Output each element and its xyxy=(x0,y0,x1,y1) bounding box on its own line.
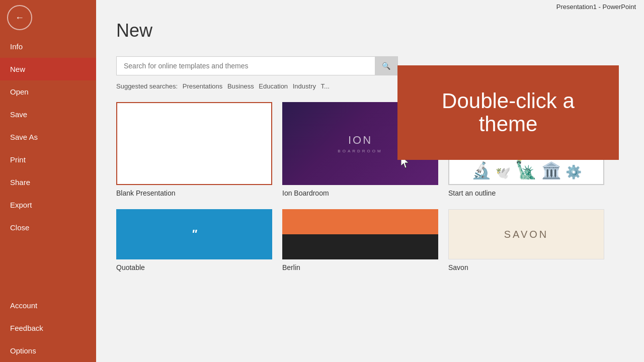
sidebar-item-close[interactable]: Close xyxy=(0,216,96,239)
sidebar-item-label: Close xyxy=(10,223,29,232)
main-content: New 🔍 Suggested searches: Presentations … xyxy=(96,0,644,362)
sidebar-item-save-as[interactable]: Save As xyxy=(0,126,96,148)
sidebar-item-share[interactable]: Share xyxy=(0,171,96,194)
qs-icons: 🔬 🕊️ 🗽 🏛️ ⚙️ xyxy=(471,159,582,180)
savon-text: SAVON xyxy=(504,229,549,240)
template-berlin-label: Berlin xyxy=(282,259,438,274)
template-qs-label: Start an outline xyxy=(448,185,604,199)
sidebar-item-label: Save xyxy=(10,110,27,119)
sidebar-item-label: Account xyxy=(10,301,37,310)
template-berlin[interactable]: Berlin xyxy=(282,209,438,274)
sidebar-item-export[interactable]: Export xyxy=(0,194,96,216)
page-title: New xyxy=(116,20,624,41)
title-bar: Presentation1 - PowerPoint xyxy=(548,0,644,14)
template-quotable-label: Quotable xyxy=(116,259,272,274)
sidebar-item-options[interactable]: Options xyxy=(0,339,96,362)
search-input[interactable] xyxy=(117,57,375,75)
suggested-link-industry[interactable]: Industry xyxy=(293,82,316,90)
tooltip-text: Double-click a theme xyxy=(413,89,604,136)
sidebar-item-label: Print xyxy=(10,155,26,164)
search-button[interactable]: 🔍 xyxy=(375,57,397,75)
ion-subtitle: BOARDROOM xyxy=(338,149,382,153)
template-blank[interactable]: Blank Presentation xyxy=(116,102,272,199)
sidebar-item-open[interactable]: Open xyxy=(0,80,96,103)
sidebar: ← Info New Open Save Save As Print Share xyxy=(0,0,96,362)
sidebar-item-label: Info xyxy=(10,42,23,51)
template-berlin-thumb xyxy=(282,209,438,259)
sidebar-bottom: Account Feedback Options xyxy=(0,294,96,362)
ion-title: ION xyxy=(338,134,382,147)
template-savon[interactable]: SAVON Savon xyxy=(448,209,604,274)
suggested-link-presentations[interactable]: Presentations xyxy=(183,82,223,90)
sidebar-item-label: New xyxy=(10,65,25,73)
back-icon: ← xyxy=(15,13,24,23)
tooltip-overlay: Double-click a theme xyxy=(397,65,619,160)
back-button[interactable]: ← xyxy=(7,5,32,30)
template-blank-thumb xyxy=(116,102,272,185)
sidebar-item-label: Share xyxy=(10,178,30,187)
sidebar-item-account[interactable]: Account xyxy=(0,294,96,317)
template-ion-label: Ion Boardroom xyxy=(282,185,438,199)
suggested-label: Suggested searches: xyxy=(116,82,178,90)
sidebar-item-label: Feedback xyxy=(10,324,43,332)
sidebar-item-info[interactable]: Info xyxy=(0,35,96,58)
sidebar-item-save[interactable]: Save xyxy=(0,103,96,126)
sidebar-item-feedback[interactable]: Feedback xyxy=(0,317,96,339)
quotable-text: " xyxy=(191,227,197,241)
sidebar-item-label: Save As xyxy=(10,133,38,141)
sidebar-item-print[interactable]: Print xyxy=(0,148,96,171)
sidebar-item-label: Export xyxy=(10,201,32,209)
sidebar-nav: Info New Open Save Save As Print Share E… xyxy=(0,35,96,294)
template-blank-label: Blank Presentation xyxy=(116,185,272,199)
suggested-link-business[interactable]: Business xyxy=(227,82,254,90)
sidebar-item-label: Open xyxy=(10,87,29,96)
suggested-link-education[interactable]: Education xyxy=(259,82,288,90)
template-quotable[interactable]: " Quotable xyxy=(116,209,272,274)
template-savon-thumb: SAVON xyxy=(448,209,604,259)
app-layout: Presentation1 - PowerPoint ← Info New Op… xyxy=(0,0,644,362)
title-bar-text: Presentation1 - PowerPoint xyxy=(556,3,636,11)
sidebar-item-new[interactable]: New xyxy=(0,58,96,80)
template-quotable-thumb: " xyxy=(116,209,272,259)
template-savon-label: Savon xyxy=(448,259,604,274)
sidebar-item-label: Options xyxy=(10,346,36,355)
search-bar: 🔍 xyxy=(116,56,398,75)
suggested-link-more[interactable]: T... xyxy=(321,82,330,90)
templates-row2: " Quotable Berlin SAVON Savon xyxy=(116,209,624,274)
